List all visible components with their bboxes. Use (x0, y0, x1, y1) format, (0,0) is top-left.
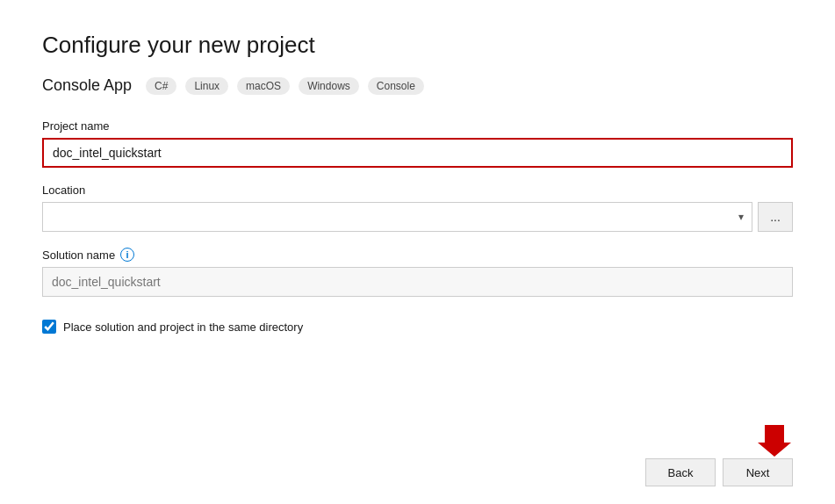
same-directory-label[interactable]: Place solution and project in the same d… (63, 320, 303, 334)
next-button[interactable]: Next (723, 458, 793, 486)
tag-console: Console (368, 77, 424, 95)
location-label: Location (42, 184, 793, 197)
app-name-label: Console App (42, 76, 132, 95)
project-name-label: Project name (42, 119, 793, 133)
project-name-label-text: Project name (42, 119, 110, 133)
configure-project-dialog: Configure your new project Console App C… (0, 0, 835, 504)
location-field-group: Location ▾ ... (42, 184, 793, 232)
location-select[interactable] (42, 202, 752, 232)
solution-name-input[interactable] (42, 267, 793, 297)
svg-marker-0 (758, 425, 791, 457)
browse-button[interactable]: ... (758, 202, 793, 232)
solution-name-info-icon[interactable]: i (120, 248, 134, 262)
location-label-text: Location (42, 184, 85, 197)
solution-name-label: Solution name i (42, 248, 793, 262)
tag-windows: Windows (299, 77, 359, 95)
arrow-down-icon-svg (756, 420, 793, 457)
same-directory-checkbox[interactable] (42, 320, 56, 334)
solution-name-label-text: Solution name (42, 248, 115, 262)
back-button[interactable]: Back (645, 458, 716, 486)
tag-csharp: C# (146, 77, 176, 95)
project-name-input[interactable] (42, 138, 793, 168)
tag-macos: macOS (237, 77, 290, 95)
page-title: Configure your new project (42, 32, 793, 59)
bottom-navigation: Back Next (645, 458, 793, 486)
same-directory-checkbox-row: Place solution and project in the same d… (42, 320, 793, 334)
location-input-row: ▾ ... (42, 202, 793, 232)
location-select-wrapper: ▾ (42, 202, 752, 232)
project-name-field-group: Project name (42, 119, 793, 168)
arrow-down-indicator (756, 420, 793, 460)
app-info-row: Console App C# Linux macOS Windows Conso… (42, 76, 793, 95)
solution-name-field-group: Solution name i (42, 248, 793, 297)
tag-linux: Linux (185, 77, 228, 95)
